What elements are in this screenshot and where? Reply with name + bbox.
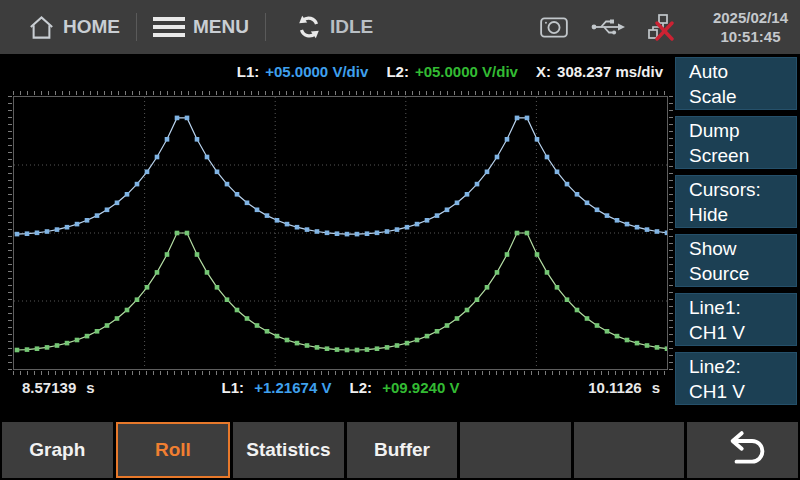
- line2-data-point: [285, 338, 290, 343]
- line2-data-point: [85, 334, 90, 339]
- line1-data-point: [115, 201, 120, 206]
- line2-data-point: [405, 341, 410, 346]
- line1-data-point: [565, 182, 570, 187]
- line2-data-point: [585, 316, 590, 321]
- line1-data-point: [295, 225, 300, 230]
- home-label: HOME: [63, 16, 120, 38]
- line1-data-point: [225, 182, 230, 187]
- l1-scale-label: L1:: [237, 63, 260, 80]
- waveform-svg: [14, 97, 667, 369]
- line2-data-point: [275, 334, 280, 339]
- line1-data-point: [155, 155, 160, 160]
- line1-data-point: [185, 116, 190, 121]
- menu-icon: [153, 17, 185, 37]
- line2-data-point: [485, 285, 490, 290]
- line2-data-point: [105, 323, 110, 328]
- line2-data-point: [575, 308, 580, 313]
- back-button[interactable]: [687, 422, 798, 478]
- line1-data-point: [475, 182, 480, 187]
- line1-data-point: [275, 218, 280, 223]
- tab-roll[interactable]: Roll: [116, 422, 231, 478]
- line2-data-point: [245, 316, 250, 321]
- line1-data-point: [505, 137, 510, 142]
- time-window-end: 10.1126s: [588, 379, 660, 396]
- line2-data-point: [515, 231, 520, 236]
- line1-data-point: [305, 227, 310, 232]
- line1-data-point: [535, 137, 540, 142]
- line1-data-point: [575, 192, 580, 197]
- waveform-plot[interactable]: [13, 96, 668, 370]
- line1-data-point: [555, 170, 560, 175]
- l1-cursor-value: +1.21674 V: [254, 379, 331, 396]
- line2-data-point: [425, 334, 430, 339]
- l2-cursor-value: +09.9240 V: [382, 379, 459, 396]
- line2-source-button[interactable]: Line2: CH1 V: [675, 352, 797, 405]
- plot-ticks-top: [13, 91, 668, 95]
- back-arrow-icon: [717, 428, 769, 472]
- line1-data-point: [315, 229, 320, 234]
- line1-data-point: [135, 182, 140, 187]
- bottom-tab-bar: Graph Roll Statistics Buffer: [0, 420, 800, 480]
- line2-data-point: [185, 231, 190, 236]
- l2-scale-value: +05.0000 V/div: [415, 63, 518, 80]
- line1-data-point: [495, 155, 500, 160]
- line2-data-point: [665, 346, 667, 351]
- line1-source-button[interactable]: Line1: CH1 V: [675, 293, 797, 346]
- line2-data-point: [645, 343, 650, 348]
- line1-data-point: [375, 231, 380, 236]
- line2-data-point: [265, 329, 270, 334]
- line2-data-point: [145, 285, 150, 290]
- line1-data-point: [655, 229, 660, 234]
- l1-cursor-label: L1:: [222, 379, 245, 396]
- line2-data-point: [375, 346, 380, 351]
- line1-data-point: [255, 208, 260, 213]
- line1-data-point: [105, 208, 110, 213]
- tab-empty: [574, 422, 685, 478]
- line1-data-point: [125, 192, 130, 197]
- line1-data-point: [245, 201, 250, 206]
- line1-data-point: [355, 232, 360, 237]
- home-button[interactable]: HOME: [28, 14, 120, 41]
- line1-data-point: [485, 170, 490, 175]
- line2-data-point: [355, 348, 360, 353]
- lan-disconnected-icon: [647, 13, 675, 41]
- menu-label: MENU: [193, 16, 249, 38]
- run-status: IDLE: [296, 14, 373, 40]
- cursors-button[interactable]: Cursors: Hide: [675, 175, 797, 228]
- line2-data-point: [75, 338, 80, 343]
- line2-data-point: [445, 323, 450, 328]
- plot-ticks-bottom: [13, 371, 668, 375]
- tab-graph[interactable]: Graph: [2, 422, 113, 478]
- line2-data-point: [215, 285, 220, 290]
- line2-data-point: [465, 308, 470, 313]
- line1-data-point: [215, 170, 220, 175]
- line1-data-point: [15, 232, 20, 237]
- line2-data-point: [535, 252, 540, 257]
- line1-data-point: [635, 225, 640, 230]
- line2-data-point: [135, 297, 140, 302]
- waveform-line2: [17, 233, 667, 350]
- sync-cycle-icon: [296, 14, 322, 40]
- line2-data-point: [25, 347, 30, 352]
- line1-data-point: [45, 229, 50, 234]
- line2-data-point: [625, 338, 630, 343]
- line2-data-point: [395, 343, 400, 348]
- line2-data-point: [55, 343, 60, 348]
- dump-screen-button[interactable]: Dump Screen: [675, 116, 797, 169]
- line1-data-point: [175, 116, 180, 121]
- show-source-button[interactable]: Show Source: [675, 234, 797, 287]
- tab-buffer[interactable]: Buffer: [347, 422, 458, 478]
- usb-icon: [591, 16, 625, 38]
- menu-button[interactable]: MENU: [153, 16, 249, 38]
- line1-data-point: [405, 225, 410, 230]
- line2-data-point: [315, 345, 320, 350]
- line1-data-point: [325, 231, 330, 236]
- line1-data-point: [625, 222, 630, 227]
- x-scale-label: X:: [536, 63, 551, 80]
- auto-scale-button[interactable]: Auto Scale: [675, 57, 797, 110]
- line2-data-point: [65, 341, 70, 346]
- line2-data-point: [605, 329, 610, 334]
- line2-data-point: [195, 252, 200, 257]
- tab-statistics[interactable]: Statistics: [233, 422, 344, 478]
- line2-data-point: [35, 346, 40, 351]
